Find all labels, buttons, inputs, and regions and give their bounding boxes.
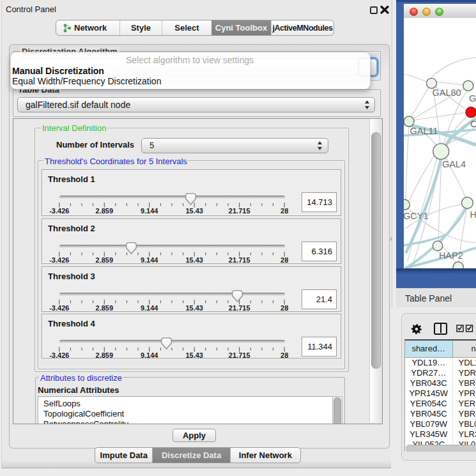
svg-text:GAL11: GAL11: [410, 126, 438, 136]
svg-text:C: C: [470, 119, 476, 129]
svg-text:H: H: [470, 210, 476, 220]
svg-text:GAL4: GAL4: [442, 159, 466, 169]
svg-text:G.: G.: [469, 93, 476, 104]
svg-text:HAP2: HAP2: [439, 250, 463, 261]
svg-text:GAL80: GAL80: [433, 88, 461, 98]
svg-text:GCY1: GCY1: [404, 211, 429, 221]
